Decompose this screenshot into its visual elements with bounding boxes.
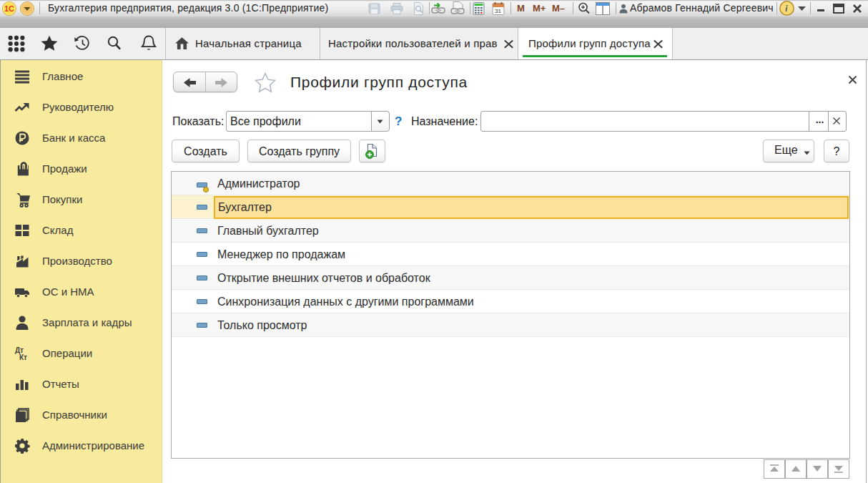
svg-text:31: 31 bbox=[495, 8, 501, 14]
svg-text:i: i bbox=[785, 3, 788, 14]
svg-text:Дт: Дт bbox=[15, 346, 24, 353]
svg-text:Кт: Кт bbox=[19, 353, 27, 361]
svg-text:1С: 1С bbox=[4, 4, 14, 13]
